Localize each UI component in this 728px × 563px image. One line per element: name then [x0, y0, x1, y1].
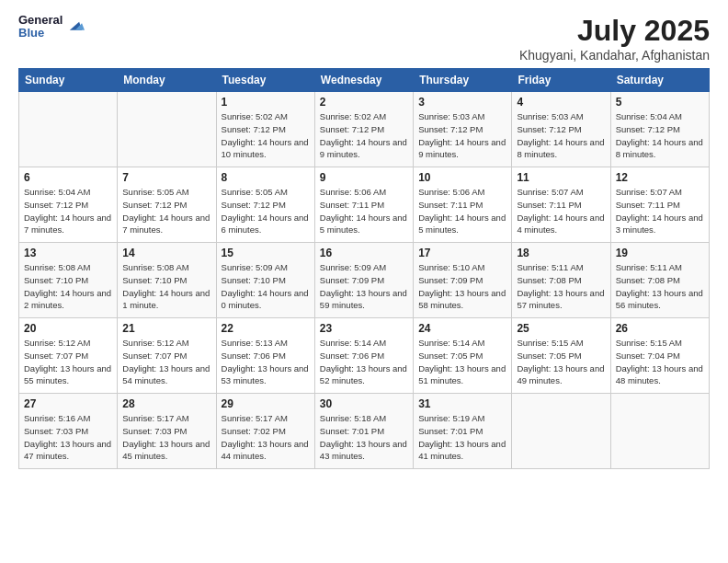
weekday-header-wednesday: Wednesday [314, 69, 413, 92]
day-info: Sunrise: 5:13 AM Sunset: 7:06 PM Dayligh… [222, 337, 310, 387]
day-number: 21 [122, 322, 210, 335]
day-number: 11 [517, 171, 605, 184]
calendar-cell: 5Sunrise: 5:04 AM Sunset: 7:12 PM Daylig… [610, 92, 709, 167]
day-info: Sunrise: 5:12 AM Sunset: 7:07 PM Dayligh… [24, 337, 112, 387]
day-number: 31 [418, 397, 506, 410]
day-number: 14 [122, 247, 210, 259]
calendar-cell: 2Sunrise: 5:02 AM Sunset: 7:12 PM Daylig… [314, 92, 413, 167]
logo-icon [64, 17, 85, 37]
week-row-3: 13Sunrise: 5:08 AM Sunset: 7:10 PM Dayli… [19, 243, 710, 318]
day-info: Sunrise: 5:15 AM Sunset: 7:04 PM Dayligh… [616, 337, 704, 387]
week-row-5: 27Sunrise: 5:16 AM Sunset: 7:03 PM Dayli… [19, 394, 710, 469]
calendar-cell: 7Sunrise: 5:05 AM Sunset: 7:12 PM Daylig… [118, 167, 216, 243]
weekday-header-thursday: Thursday [414, 69, 512, 92]
day-info: Sunrise: 5:12 AM Sunset: 7:07 PM Dayligh… [122, 337, 210, 387]
day-number: 4 [517, 96, 605, 109]
calendar-cell [19, 92, 118, 167]
day-number: 23 [320, 322, 408, 335]
day-info: Sunrise: 5:06 AM Sunset: 7:11 PM Dayligh… [418, 186, 506, 236]
day-info: Sunrise: 5:07 AM Sunset: 7:11 PM Dayligh… [517, 186, 605, 236]
day-info: Sunrise: 5:14 AM Sunset: 7:06 PM Dayligh… [320, 337, 408, 387]
day-number: 10 [418, 171, 506, 184]
calendar-cell: 10Sunrise: 5:06 AM Sunset: 7:11 PM Dayli… [414, 167, 512, 243]
day-info: Sunrise: 5:03 AM Sunset: 7:12 PM Dayligh… [517, 110, 605, 161]
calendar-cell: 20Sunrise: 5:12 AM Sunset: 7:07 PM Dayli… [19, 318, 118, 394]
day-info: Sunrise: 5:06 AM Sunset: 7:11 PM Dayligh… [320, 186, 408, 236]
day-number: 17 [418, 247, 506, 259]
day-info: Sunrise: 5:07 AM Sunset: 7:11 PM Dayligh… [616, 186, 704, 236]
day-info: Sunrise: 5:11 AM Sunset: 7:08 PM Dayligh… [616, 261, 704, 312]
day-number: 24 [418, 322, 506, 335]
calendar-cell: 23Sunrise: 5:14 AM Sunset: 7:06 PM Dayli… [314, 318, 413, 394]
day-number: 7 [122, 171, 210, 184]
calendar-cell: 24Sunrise: 5:14 AM Sunset: 7:05 PM Dayli… [414, 318, 512, 394]
day-info: Sunrise: 5:11 AM Sunset: 7:08 PM Dayligh… [517, 261, 605, 312]
weekday-header-sunday: Sunday [19, 69, 118, 92]
day-info: Sunrise: 5:02 AM Sunset: 7:12 PM Dayligh… [222, 110, 310, 161]
week-row-1: 1Sunrise: 5:02 AM Sunset: 7:12 PM Daylig… [19, 92, 710, 167]
day-number: 28 [122, 397, 210, 410]
day-info: Sunrise: 5:05 AM Sunset: 7:12 PM Dayligh… [222, 186, 310, 236]
day-number: 3 [418, 96, 506, 109]
day-info: Sunrise: 5:14 AM Sunset: 7:05 PM Dayligh… [418, 337, 506, 387]
day-info: Sunrise: 5:03 AM Sunset: 7:12 PM Dayligh… [418, 110, 506, 161]
day-info: Sunrise: 5:04 AM Sunset: 7:12 PM Dayligh… [616, 110, 704, 161]
calendar-cell: 19Sunrise: 5:11 AM Sunset: 7:08 PM Dayli… [610, 243, 709, 318]
logo: General Blue [18, 14, 85, 40]
title-block: July 2025 Khugyani, Kandahar, Afghanista… [519, 14, 710, 63]
day-number: 12 [616, 171, 704, 184]
logo-general-text: General [18, 14, 63, 27]
day-number: 19 [616, 247, 704, 259]
calendar-cell: 27Sunrise: 5:16 AM Sunset: 7:03 PM Dayli… [19, 394, 118, 469]
calendar-cell: 25Sunrise: 5:15 AM Sunset: 7:05 PM Dayli… [512, 318, 610, 394]
day-number: 16 [320, 247, 408, 259]
day-number: 22 [222, 322, 310, 335]
calendar-cell: 31Sunrise: 5:19 AM Sunset: 7:01 PM Dayli… [414, 394, 512, 469]
calendar-cell: 11Sunrise: 5:07 AM Sunset: 7:11 PM Dayli… [512, 167, 610, 243]
day-number: 1 [222, 96, 310, 109]
day-number: 2 [320, 96, 408, 109]
calendar-cell [512, 394, 610, 469]
day-info: Sunrise: 5:17 AM Sunset: 7:02 PM Dayligh… [222, 412, 310, 463]
day-number: 9 [320, 171, 408, 184]
day-number: 26 [616, 322, 704, 335]
calendar-cell: 9Sunrise: 5:06 AM Sunset: 7:11 PM Daylig… [314, 167, 413, 243]
calendar-cell: 26Sunrise: 5:15 AM Sunset: 7:04 PM Dayli… [610, 318, 709, 394]
day-info: Sunrise: 5:08 AM Sunset: 7:10 PM Dayligh… [24, 261, 112, 312]
day-number: 20 [24, 322, 112, 335]
calendar-cell: 4Sunrise: 5:03 AM Sunset: 7:12 PM Daylig… [512, 92, 610, 167]
day-number: 5 [616, 96, 704, 109]
day-info: Sunrise: 5:04 AM Sunset: 7:12 PM Dayligh… [24, 186, 112, 236]
calendar-cell [118, 92, 216, 167]
day-number: 29 [222, 397, 310, 410]
day-info: Sunrise: 5:17 AM Sunset: 7:03 PM Dayligh… [122, 412, 210, 463]
day-number: 30 [320, 397, 408, 410]
day-info: Sunrise: 5:16 AM Sunset: 7:03 PM Dayligh… [24, 412, 112, 463]
day-info: Sunrise: 5:02 AM Sunset: 7:12 PM Dayligh… [320, 110, 408, 161]
day-number: 18 [517, 247, 605, 259]
day-info: Sunrise: 5:05 AM Sunset: 7:12 PM Dayligh… [122, 186, 210, 236]
calendar-cell: 1Sunrise: 5:02 AM Sunset: 7:12 PM Daylig… [216, 92, 314, 167]
month-year-title: July 2025 [519, 14, 710, 48]
calendar-cell: 17Sunrise: 5:10 AM Sunset: 7:09 PM Dayli… [414, 243, 512, 318]
day-number: 27 [24, 397, 112, 410]
calendar-cell: 15Sunrise: 5:09 AM Sunset: 7:10 PM Dayli… [216, 243, 314, 318]
weekday-header-monday: Monday [118, 69, 216, 92]
day-number: 15 [222, 247, 310, 259]
calendar-cell: 14Sunrise: 5:08 AM Sunset: 7:10 PM Dayli… [118, 243, 216, 318]
day-info: Sunrise: 5:09 AM Sunset: 7:10 PM Dayligh… [222, 261, 310, 312]
logo-blue-text: Blue [18, 27, 63, 40]
calendar-cell: 8Sunrise: 5:05 AM Sunset: 7:12 PM Daylig… [216, 167, 314, 243]
calendar-cell: 22Sunrise: 5:13 AM Sunset: 7:06 PM Dayli… [216, 318, 314, 394]
day-number: 8 [222, 171, 310, 184]
day-info: Sunrise: 5:10 AM Sunset: 7:09 PM Dayligh… [418, 261, 506, 312]
location-subtitle: Khugyani, Kandahar, Afghanistan [519, 48, 710, 63]
weekday-header-friday: Friday [512, 69, 610, 92]
week-row-2: 6Sunrise: 5:04 AM Sunset: 7:12 PM Daylig… [19, 167, 710, 243]
weekday-header-saturday: Saturday [610, 69, 709, 92]
weekday-header-row: SundayMondayTuesdayWednesdayThursdayFrid… [19, 69, 710, 92]
day-info: Sunrise: 5:08 AM Sunset: 7:10 PM Dayligh… [122, 261, 210, 312]
calendar-cell [610, 394, 709, 469]
calendar-cell: 16Sunrise: 5:09 AM Sunset: 7:09 PM Dayli… [314, 243, 413, 318]
day-info: Sunrise: 5:18 AM Sunset: 7:01 PM Dayligh… [320, 412, 408, 463]
